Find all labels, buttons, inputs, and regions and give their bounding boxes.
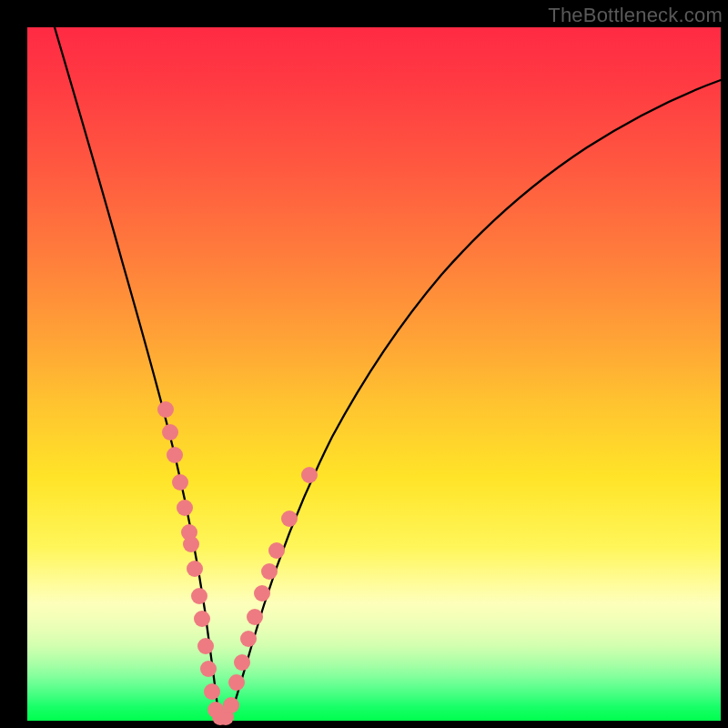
plot-area [27,27,721,721]
data-marker [177,500,193,516]
data-marker [200,661,217,677]
data-marker [228,674,245,691]
data-marker [254,585,270,602]
marker-group [157,401,318,725]
data-marker [194,611,210,627]
data-marker [183,536,199,552]
data-marker [157,401,174,418]
data-marker [167,447,183,463]
bottleneck-curve [55,27,721,719]
data-marker [281,511,298,527]
data-marker [187,561,203,577]
data-marker [197,638,214,654]
data-marker [268,542,285,559]
data-marker [261,563,278,580]
data-marker [191,588,207,604]
data-marker [204,683,220,700]
chart-frame: TheBottleneck.com [0,0,728,728]
curve-layer [27,27,721,721]
data-marker [172,474,188,490]
data-marker [301,467,318,483]
data-marker [162,424,178,440]
data-marker [247,609,263,625]
watermark-text: TheBottleneck.com [548,4,723,27]
data-marker [234,654,250,671]
data-marker [240,631,257,647]
data-marker [223,697,239,713]
